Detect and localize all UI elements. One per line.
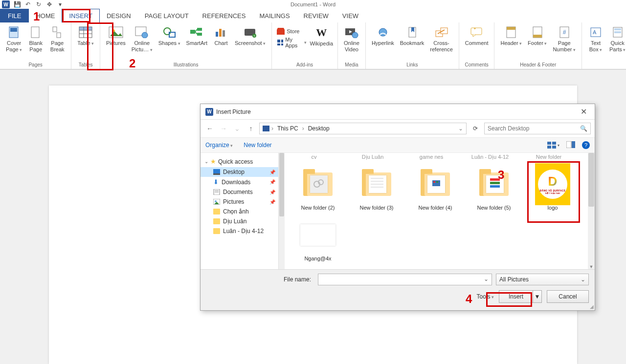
online-video-button[interactable]: OnlineVideo (341, 24, 362, 54)
table-button[interactable]: Table (74, 24, 97, 47)
undo-icon[interactable]: ↶ (24, 1, 31, 8)
nav-diuluan[interactable]: Dịu Luân (201, 216, 278, 226)
cover-page-button[interactable]: CoverPage (3, 24, 25, 54)
cancel-button[interactable]: Cancel (547, 290, 589, 303)
dialog-footer: File name: All Pictures Tools Insert ▼ C… (201, 269, 595, 310)
annotation-2: 2 (129, 57, 135, 70)
store-button[interactable]: Store (275, 27, 309, 35)
file-logo[interactable]: DĐĂNG VŨ SURFACESỐ 7 HẢU NÁIlogo (523, 164, 582, 214)
svg-rect-61 (213, 173, 220, 175)
file-filter[interactable]: All Pictures (496, 274, 589, 285)
folder-item[interactable]: New folder (3) (347, 164, 406, 214)
help-button[interactable]: ? (582, 141, 590, 149)
nav-desktop[interactable]: Desktop📌 (201, 167, 278, 177)
online-pictures-button[interactable]: OnlinePictu… (129, 24, 156, 54)
nav-pictures[interactable]: Pictures📌 (201, 197, 278, 207)
footer-button[interactable]: Footer (525, 24, 550, 54)
quick-parts-button[interactable]: QuickParts (606, 24, 626, 54)
nav-downloads[interactable]: ⬇Downloads📌 (201, 177, 278, 187)
wikipedia-button[interactable]: WWikipedia (309, 25, 335, 48)
cross-reference-button[interactable]: Cross-reference (427, 24, 455, 54)
insert-split-button[interactable]: Insert ▼ (499, 290, 542, 303)
svg-rect-4 (57, 33, 61, 38)
preview-pane-button[interactable] (566, 141, 575, 150)
folder-item[interactable]: New folder (5) (465, 164, 523, 214)
chart-button[interactable]: Chart (210, 24, 232, 54)
folder-item[interactable]: New folder (2) (289, 164, 347, 214)
header-button[interactable]: Header (497, 24, 525, 54)
svg-rect-26 (277, 30, 285, 35)
tab-mailings[interactable]: MAILINGS (252, 9, 296, 22)
folder-item[interactable]: New folder (4) (406, 164, 465, 214)
crumb-desktop[interactable]: Desktop (306, 125, 332, 132)
svg-point-33 (379, 28, 387, 36)
nav-documents[interactable]: Documents📌 (201, 187, 278, 197)
tab-references[interactable]: REFERENCES (196, 9, 253, 22)
word-icon: W (2, 0, 10, 8)
bookmark-button[interactable]: Bookmark (397, 24, 427, 54)
qat-dropdown-icon[interactable]: ▾ (57, 1, 64, 8)
forward-button[interactable]: → (218, 125, 229, 132)
pictures-button[interactable]: Pictures (103, 24, 129, 54)
group-addins: Store My Apps WWikipedia Add-ins (272, 22, 338, 69)
crumb-thispc[interactable]: This PC (275, 125, 300, 132)
tab-design[interactable]: DESIGN (100, 9, 138, 22)
svg-rect-57 (552, 146, 556, 149)
filename-label: File name: (206, 276, 314, 283)
recent-dropdown[interactable]: ⌄ (232, 125, 243, 132)
nav-scrollbar[interactable] (279, 153, 285, 269)
back-button[interactable]: ← (204, 125, 215, 132)
window-title: Document1 - Word (291, 1, 335, 7)
file-ngang[interactable]: Ngang@4x (289, 214, 347, 265)
smartart-button[interactable]: SmartArt (183, 24, 210, 54)
text-box-button[interactable]: ATextBox (585, 24, 606, 54)
svg-rect-19 (197, 33, 202, 36)
group-text: ATextBox QuickParts AWordArt ADroCap Tex… (582, 22, 626, 69)
up-button[interactable]: ↑ (246, 125, 256, 132)
nav-chonanh[interactable]: Chọn ảnh (201, 207, 278, 216)
svg-rect-42 (533, 35, 542, 38)
myapps-button[interactable]: My Apps (275, 36, 309, 49)
quick-access-toolbar: W 💾 ↶ ↻ ✥ ▾ (0, 0, 64, 8)
svg-rect-54 (547, 142, 551, 145)
search-icon[interactable]: 🔍 (580, 125, 587, 132)
touch-icon[interactable]: ✥ (46, 1, 53, 8)
blank-page-button[interactable]: BlankPage (25, 24, 46, 54)
new-folder-button[interactable]: New folder (244, 142, 271, 149)
comment-button[interactable]: ✦Comment (462, 24, 492, 47)
view-button[interactable]: ▾ (547, 142, 559, 149)
quick-access-header[interactable]: ⌄★Quick access (201, 156, 278, 167)
address-dropdown-icon[interactable]: ⌄ (458, 125, 463, 132)
title-bar: W 💾 ↶ ↻ ✥ ▾ Document1 - Word (0, 0, 626, 9)
svg-rect-78 (490, 185, 500, 188)
redo-icon[interactable]: ↻ (35, 1, 42, 8)
tab-insert[interactable]: INSERT (62, 9, 99, 22)
address-bar[interactable]: › This PC › Desktop ⌄ (259, 123, 467, 134)
search-input[interactable] (488, 125, 580, 132)
close-button[interactable]: ✕ (578, 107, 590, 116)
shapes-button[interactable]: Shapes (156, 24, 183, 54)
tools-button[interactable]: Tools (476, 293, 494, 300)
filename-input[interactable] (318, 274, 492, 285)
file-scrollbar[interactable]: ▲▼ (588, 153, 595, 269)
organize-button[interactable]: Organize (205, 142, 233, 149)
save-icon[interactable]: 💾 (14, 1, 21, 8)
page-break-button[interactable]: PageBreak (46, 24, 68, 54)
screenshot-button[interactable]: +Screenshot (232, 24, 268, 54)
nav-luandiu[interactable]: Luân - Dịu 4-12 (201, 226, 278, 236)
svg-rect-55 (552, 142, 556, 145)
refresh-button[interactable]: ⟳ (470, 123, 481, 134)
tab-page-layout[interactable]: PAGE LAYOUT (138, 9, 196, 22)
tab-view[interactable]: VIEW (335, 9, 365, 22)
insert-button: Insert (499, 290, 533, 303)
page-number-button[interactable]: #PageNumber (550, 24, 579, 54)
tab-review[interactable]: REVIEW (297, 9, 335, 22)
resize-grip[interactable]: ◢ (590, 304, 594, 309)
tab-file[interactable]: FILE (0, 9, 29, 22)
search-box[interactable]: 🔍 (484, 123, 591, 134)
hyperlink-button[interactable]: Hyperlink (369, 24, 397, 54)
svg-text:A: A (593, 29, 597, 35)
insert-picture-dialog: W Insert Picture ✕ ← → ⌄ ↑ › This PC › D… (200, 104, 595, 311)
svg-point-14 (142, 32, 148, 38)
svg-rect-2 (31, 27, 39, 38)
